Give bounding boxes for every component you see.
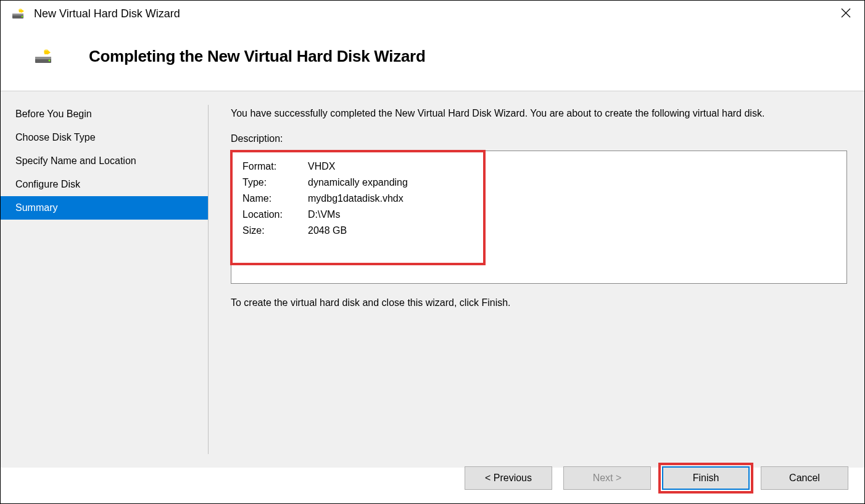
description-box: Format: VHDX Type: dynamically expanding… <box>231 151 847 284</box>
main-content: Before You Begin Choose Disk Type Specif… <box>1 91 864 468</box>
sidebar-step-before-you-begin[interactable]: Before You Begin <box>1 102 208 126</box>
disk-icon <box>12 9 25 20</box>
cancel-button[interactable]: Cancel <box>761 466 848 490</box>
svg-point-2 <box>22 15 23 17</box>
sidebar-item-label: Before You Begin <box>15 109 92 119</box>
title-bar: New Virtual Hard Disk Wizard <box>1 1 864 27</box>
svg-rect-1 <box>12 14 23 15</box>
format-value: VHDX <box>308 161 335 172</box>
wizard-header: Completing the New Virtual Hard Disk Wiz… <box>1 27 864 91</box>
sidebar-item-label: Choose Disk Type <box>15 132 96 143</box>
location-value: D:\VMs <box>308 209 340 220</box>
sidebar-item-label: Summary <box>15 202 57 213</box>
svg-point-8 <box>49 59 51 61</box>
page-title: Completing the New Virtual Hard Disk Wiz… <box>89 47 425 66</box>
titlebar-left: New Virtual Hard Disk Wizard <box>12 7 180 20</box>
description-label: Description: <box>231 133 847 144</box>
finish-button[interactable]: Finish <box>662 466 750 490</box>
name-value: mydbg1datadisk.vhdx <box>308 193 404 204</box>
next-button: Next > <box>563 466 651 490</box>
sidebar-step-choose-disk-type[interactable]: Choose Disk Type <box>1 126 208 149</box>
close-button[interactable] <box>836 7 856 21</box>
size-label: Size: <box>242 225 308 236</box>
content-panel: You have successfully completed the New … <box>209 91 864 468</box>
sidebar-step-specify-name-location[interactable]: Specify Name and Location <box>1 149 208 173</box>
sidebar-step-summary[interactable]: Summary <box>1 196 208 220</box>
summary-table: Format: VHDX Type: dynamically expanding… <box>242 161 840 236</box>
summary-row-name: Name: mydbg1datadisk.vhdx <box>242 193 840 204</box>
location-label: Location: <box>242 209 308 220</box>
name-label: Name: <box>242 193 308 204</box>
summary-row-location: Location: D:\VMs <box>242 209 840 220</box>
wizard-steps-sidebar: Before You Begin Choose Disk Type Specif… <box>1 91 208 468</box>
previous-button[interactable]: < Previous <box>465 466 552 490</box>
sidebar-step-configure-disk[interactable]: Configure Disk <box>1 173 208 196</box>
disk-icon <box>35 49 53 64</box>
footer-instruction: To create the virtual hard disk and clos… <box>231 297 847 308</box>
format-label: Format: <box>242 161 308 172</box>
summary-row-size: Size: 2048 GB <box>242 225 840 236</box>
intro-text: You have successfully completed the New … <box>231 106 847 121</box>
svg-point-3 <box>19 9 22 12</box>
summary-row-format: Format: VHDX <box>242 161 840 172</box>
sidebar-item-label: Configure Disk <box>15 179 80 189</box>
type-value: dynamically expanding <box>308 177 408 188</box>
svg-rect-7 <box>35 57 51 59</box>
window-title: New Virtual Hard Disk Wizard <box>34 7 180 20</box>
size-value: 2048 GB <box>308 225 347 236</box>
wizard-button-bar: < Previous Next > Finish Cancel <box>465 466 848 490</box>
sidebar-item-label: Specify Name and Location <box>15 155 136 166</box>
summary-row-type: Type: dynamically expanding <box>242 177 840 188</box>
type-label: Type: <box>242 177 308 188</box>
